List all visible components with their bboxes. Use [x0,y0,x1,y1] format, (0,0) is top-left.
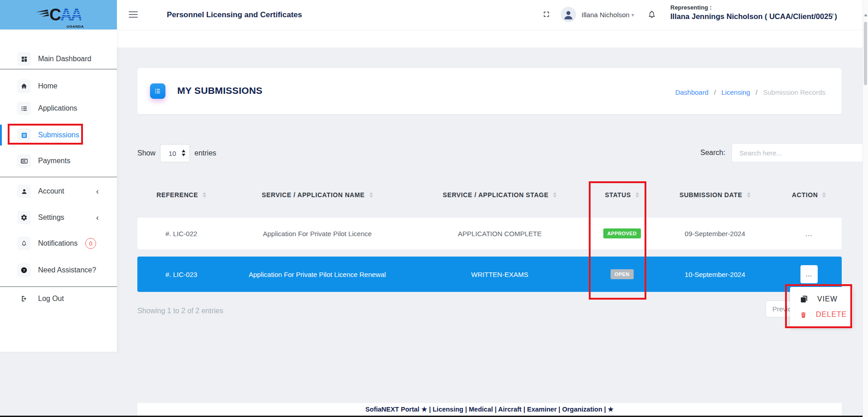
sidebar-item-label: Payments [38,157,70,165]
menu-item-delete[interactable]: DELETE [790,307,853,322]
user-menu[interactable]: Illana Nicholson [582,0,630,29]
table-header-row: REFERENCE SERVICE / APPLICATION NAME SER… [137,181,842,208]
column-header-action[interactable]: ACTION [776,191,842,199]
scrollbar-thumb[interactable] [864,22,867,85]
sidebar-item-home[interactable]: Home [0,76,117,96]
sidebar-item-settings[interactable]: Settings ‹ [0,208,117,228]
breadcrumb-separator: / [756,88,757,96]
sidebar-item-payments[interactable]: Payments [0,151,117,171]
sidebar: Main Dashboard Home Applications Submiss… [0,29,117,352]
search-control: Search: [700,143,864,162]
entries-label: entries [194,149,216,157]
menu-item-label: DELETE [816,310,847,319]
column-label: ACTION [792,191,818,199]
search-input[interactable] [732,143,864,162]
row-actions-menu-button[interactable]: ... [800,265,818,283]
cell-service-stage: APPLICATION COMPLETE [409,230,590,238]
column-label: SERVICE / APPLICATION STAGE [443,191,549,199]
sidebar-item-applications[interactable]: Applications [0,98,117,118]
cell-status: APPROVED [590,228,654,238]
representing-caret-icon: ▾ [831,11,834,18]
breadcrumb-licensing[interactable]: Licensing [722,88,750,96]
sidebar-item-need-assistance[interactable]: ? Need Assistance? [0,260,117,280]
trash-icon [800,311,807,319]
breadcrumb: Dashboard / Licensing / Submission Recor… [674,88,827,96]
table-row-selected[interactable]: #. LIC-023 Application For Private Pilot… [137,257,842,292]
sort-icon [203,192,206,198]
sidebar-item-label: Main Dashboard [38,55,91,63]
entries-per-page-value: 10 [169,150,176,157]
logo-country-label: UGANDA [67,24,84,29]
logo-letter-c: C [49,7,60,23]
representing-label: Representing : [670,4,829,11]
breadcrumb-current: Submission Records [763,88,825,96]
column-header-service-name[interactable]: SERVICE / APPLICATION NAME [225,191,409,199]
sidebar-item-label: Need Assistance? [38,266,96,274]
search-label: Search: [700,149,725,157]
topbar: C AA UGANDA Personnel Licensing and Cert… [0,0,868,29]
dashboard-icon [17,52,31,66]
representing-selector[interactable]: Representing : Illana Jennings Nicholson… [670,4,829,21]
table-row[interactable]: #. LIC-022 Application For Private Pilot… [137,218,842,249]
home-icon [17,79,31,93]
breadcrumb-separator: / [714,88,716,96]
column-header-service-stage[interactable]: SERVICE / APPLICATION STAGE [409,191,590,199]
cell-service-stage: WRITTEN-EXAMS [409,271,590,278]
chevron-collapse-icon: ‹ [96,208,99,228]
sidebar-item-label: Account [38,187,64,195]
column-label: REFERENCE [156,191,198,199]
notification-bell-icon[interactable] [647,10,656,19]
menu-item-view[interactable]: VIEW [790,291,853,307]
page-length-control: Show 10 entries [137,144,216,162]
sidebar-item-logout[interactable]: Log Out [0,289,117,309]
cell-service-name: Application For Private Pilot Licence Re… [225,271,409,278]
sidebar-item-account[interactable]: Account ‹ [0,181,117,201]
sidebar-item-label: Submissions [38,131,79,139]
sidebar-divider [0,69,117,69]
user-avatar[interactable] [561,7,576,22]
app-page: C AA UGANDA Personnel Licensing and Cert… [0,0,868,417]
breadcrumb-dashboard[interactable]: Dashboard [675,88,708,96]
column-header-submission-date[interactable]: SUBMISSION DATE [654,191,776,199]
footer-text: SofiaNEXT Portal ★ | Licensing | Medical… [365,406,614,413]
help-icon: ? [17,263,31,277]
column-header-reference[interactable]: REFERENCE [137,191,225,199]
column-header-status[interactable]: STATUS [590,191,654,199]
page-header-card: MY SUBMISSIONS Dashboard / Licensing / S… [137,68,842,114]
sidebar-item-submissions[interactable]: Submissions [0,125,117,145]
list-icon [17,102,31,115]
fullscreen-icon[interactable] [543,10,550,18]
sidebar-divider [0,177,117,177]
cell-action: ... [776,230,842,238]
cell-service-name: Application For Private Pilot Licence [225,230,409,238]
caa-uganda-logo: C AA UGANDA [36,7,81,23]
column-label: SERVICE / APPLICATION NAME [262,191,365,199]
row-actions-menu[interactable]: ... [805,230,813,238]
sort-icon [553,192,557,198]
submissions-list-icon [150,83,165,99]
sidebar-item-label: Home [38,82,58,90]
menu-item-label: VIEW [817,295,838,303]
wing-icon [36,10,51,19]
scrollbar-up-arrow[interactable] [864,14,868,16]
notifications-count-badge: 0 [85,238,96,249]
menu-toggle-icon[interactable] [129,11,138,19]
sort-icon [635,192,639,198]
money-icon [17,154,31,168]
gear-icon [17,211,31,224]
sidebar-item-label: Applications [38,104,77,112]
page-title: MY SUBMISSIONS [177,85,262,96]
sidebar-item-main-dashboard[interactable]: Main Dashboard [0,49,117,69]
view-copy-icon [800,295,808,303]
show-label: Show [137,149,155,157]
svg-text:?: ? [23,268,25,272]
cell-submission-date: 10-September-2024 [654,271,776,278]
cell-reference: #. LIC-022 [137,230,225,238]
person-icon [563,9,574,20]
footer: SofiaNEXT Portal ★ | Licensing | Medical… [137,403,842,416]
entries-per-page-select[interactable]: 10 [160,144,190,162]
brand-logo: C AA UGANDA [0,0,117,29]
cell-action: ... [776,265,842,283]
sidebar-item-notifications[interactable]: Notifications 0 [0,233,117,253]
status-badge: OPEN [611,269,634,279]
